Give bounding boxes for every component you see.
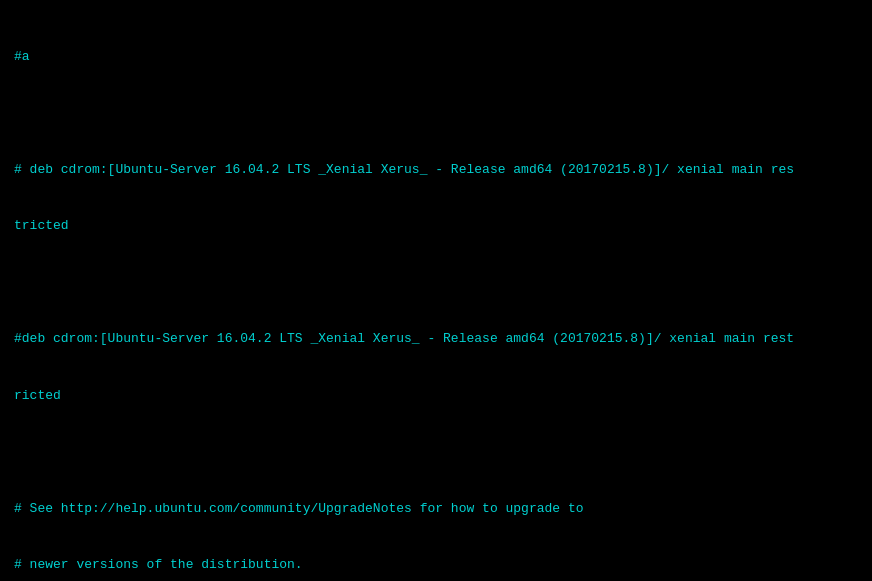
line-6: #deb cdrom:[Ubuntu-Server 16.04.2 LTS _X… bbox=[14, 330, 858, 349]
line-empty-1 bbox=[14, 104, 858, 123]
line-10: # newer versions of the distribution. bbox=[14, 556, 858, 575]
terminal-window: #a # deb cdrom:[Ubuntu-Server 16.04.2 LT… bbox=[0, 0, 872, 581]
line-9: # See http://help.ubuntu.com/community/U… bbox=[14, 500, 858, 519]
line-empty-3 bbox=[14, 443, 858, 462]
line-7: ricted bbox=[14, 387, 858, 406]
line-empty-2 bbox=[14, 274, 858, 293]
line-1: #a bbox=[14, 48, 858, 67]
line-4: tricted bbox=[14, 217, 858, 236]
line-3: # deb cdrom:[Ubuntu-Server 16.04.2 LTS _… bbox=[14, 161, 858, 180]
